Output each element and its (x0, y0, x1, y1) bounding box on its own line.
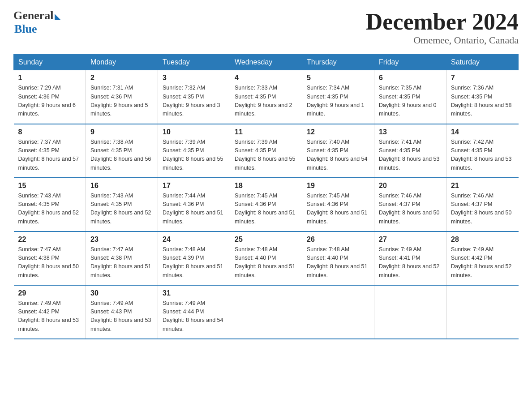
header-thursday: Thursday (302, 55, 374, 70)
day-info: Sunrise: 7:39 AMSunset: 4:35 PMDaylight:… (163, 139, 223, 171)
day-number: 3 (163, 74, 225, 82)
day-info: Sunrise: 7:29 AMSunset: 4:36 PMDaylight:… (18, 85, 76, 117)
day-info: Sunrise: 7:38 AMSunset: 4:35 PMDaylight:… (90, 139, 151, 171)
day-number: 4 (235, 74, 297, 82)
day-info: Sunrise: 7:49 AMSunset: 4:42 PMDaylight:… (451, 246, 512, 278)
calendar-cell: 27 Sunrise: 7:49 AMSunset: 4:41 PMDaylig… (374, 231, 446, 285)
day-number: 19 (307, 182, 369, 190)
calendar-cell: 24 Sunrise: 7:48 AMSunset: 4:39 PMDaylig… (158, 231, 230, 285)
calendar-cell: 15 Sunrise: 7:43 AMSunset: 4:35 PMDaylig… (14, 178, 86, 231)
calendar-cell: 12 Sunrise: 7:40 AMSunset: 4:35 PMDaylig… (302, 124, 374, 178)
logo-arrow-icon (55, 14, 61, 20)
calendar-cell: 19 Sunrise: 7:45 AMSunset: 4:36 PMDaylig… (302, 178, 374, 231)
day-info: Sunrise: 7:49 AMSunset: 4:44 PMDaylight:… (163, 300, 223, 332)
calendar-cell (230, 285, 302, 339)
calendar-cell: 6 Sunrise: 7:35 AMSunset: 4:35 PMDayligh… (374, 70, 446, 124)
calendar-cell: 11 Sunrise: 7:39 AMSunset: 4:35 PMDaylig… (230, 124, 302, 178)
header-wednesday: Wednesday (230, 55, 302, 70)
day-number: 1 (18, 74, 82, 82)
header-tuesday: Tuesday (158, 55, 230, 70)
calendar-week-4: 22 Sunrise: 7:47 AMSunset: 4:38 PMDaylig… (14, 231, 519, 285)
header-row: Sunday Monday Tuesday Wednesday Thursday… (14, 55, 519, 70)
day-number: 2 (90, 74, 153, 82)
calendar-cell: 23 Sunrise: 7:47 AMSunset: 4:38 PMDaylig… (86, 231, 158, 285)
calendar-cell (302, 285, 374, 339)
day-info: Sunrise: 7:37 AMSunset: 4:35 PMDaylight:… (18, 139, 79, 171)
day-number: 13 (379, 128, 442, 136)
header-saturday: Saturday (446, 55, 519, 70)
calendar-cell: 29 Sunrise: 7:49 AMSunset: 4:42 PMDaylig… (14, 285, 86, 339)
day-number: 15 (18, 182, 82, 190)
day-info: Sunrise: 7:43 AMSunset: 4:35 PMDaylight:… (90, 193, 151, 225)
calendar-week-5: 29 Sunrise: 7:49 AMSunset: 4:42 PMDaylig… (14, 285, 519, 339)
calendar-cell: 1 Sunrise: 7:29 AMSunset: 4:36 PMDayligh… (14, 70, 86, 124)
page-header: General Blue December 2024 Omemee, Ontar… (13, 9, 519, 46)
logo: General Blue (13, 9, 61, 36)
month-title: December 2024 (366, 9, 519, 34)
calendar-cell: 17 Sunrise: 7:44 AMSunset: 4:36 PMDaylig… (158, 178, 230, 231)
header-friday: Friday (374, 55, 446, 70)
day-info: Sunrise: 7:49 AMSunset: 4:41 PMDaylight:… (379, 246, 440, 278)
day-number: 10 (163, 128, 225, 136)
calendar-week-1: 1 Sunrise: 7:29 AMSunset: 4:36 PMDayligh… (14, 70, 519, 124)
day-info: Sunrise: 7:31 AMSunset: 4:36 PMDaylight:… (90, 85, 148, 117)
calendar-cell: 22 Sunrise: 7:47 AMSunset: 4:38 PMDaylig… (14, 231, 86, 285)
logo-blue: Blue (14, 22, 37, 36)
day-info: Sunrise: 7:36 AMSunset: 4:35 PMDaylight:… (451, 85, 512, 117)
calendar-cell: 13 Sunrise: 7:41 AMSunset: 4:35 PMDaylig… (374, 124, 446, 178)
day-info: Sunrise: 7:40 AMSunset: 4:35 PMDaylight:… (307, 139, 368, 171)
day-number: 14 (451, 128, 514, 136)
calendar-cell (374, 285, 446, 339)
day-info: Sunrise: 7:48 AMSunset: 4:39 PMDaylight:… (163, 246, 223, 278)
day-number: 7 (451, 74, 514, 82)
day-number: 18 (235, 182, 297, 190)
day-info: Sunrise: 7:47 AMSunset: 4:38 PMDaylight:… (18, 246, 79, 278)
day-info: Sunrise: 7:43 AMSunset: 4:35 PMDaylight:… (18, 193, 79, 225)
day-number: 25 (235, 235, 297, 244)
calendar-cell: 7 Sunrise: 7:36 AMSunset: 4:35 PMDayligh… (446, 70, 519, 124)
day-number: 30 (90, 289, 153, 297)
day-number: 27 (379, 235, 442, 244)
day-number: 24 (163, 235, 225, 244)
day-info: Sunrise: 7:49 AMSunset: 4:42 PMDaylight:… (18, 300, 79, 332)
calendar-week-3: 15 Sunrise: 7:43 AMSunset: 4:35 PMDaylig… (14, 178, 519, 231)
calendar-cell: 20 Sunrise: 7:46 AMSunset: 4:37 PMDaylig… (374, 178, 446, 231)
day-number: 31 (163, 289, 225, 297)
calendar-cell: 18 Sunrise: 7:45 AMSunset: 4:36 PMDaylig… (230, 178, 302, 231)
day-number: 23 (90, 235, 153, 244)
day-number: 11 (235, 128, 297, 136)
calendar-week-2: 8 Sunrise: 7:37 AMSunset: 4:35 PMDayligh… (14, 124, 519, 178)
day-info: Sunrise: 7:32 AMSunset: 4:35 PMDaylight:… (163, 85, 220, 117)
calendar-cell: 21 Sunrise: 7:46 AMSunset: 4:37 PMDaylig… (446, 178, 519, 231)
day-number: 28 (451, 235, 514, 244)
calendar-cell: 9 Sunrise: 7:38 AMSunset: 4:35 PMDayligh… (86, 124, 158, 178)
day-info: Sunrise: 7:35 AMSunset: 4:35 PMDaylight:… (379, 85, 437, 117)
day-number: 20 (379, 182, 442, 190)
calendar-cell: 4 Sunrise: 7:33 AMSunset: 4:35 PMDayligh… (230, 70, 302, 124)
day-info: Sunrise: 7:44 AMSunset: 4:36 PMDaylight:… (163, 193, 223, 225)
day-number: 17 (163, 182, 225, 190)
header-monday: Monday (86, 55, 158, 70)
day-info: Sunrise: 7:49 AMSunset: 4:43 PMDaylight:… (90, 300, 151, 332)
day-info: Sunrise: 7:45 AMSunset: 4:36 PMDaylight:… (235, 193, 296, 225)
calendar-cell: 2 Sunrise: 7:31 AMSunset: 4:36 PMDayligh… (86, 70, 158, 124)
calendar-header: Sunday Monday Tuesday Wednesday Thursday… (14, 55, 519, 70)
title-block: December 2024 Omemee, Ontario, Canada (366, 9, 519, 46)
calendar-cell: 16 Sunrise: 7:43 AMSunset: 4:35 PMDaylig… (86, 178, 158, 231)
day-number: 22 (18, 235, 82, 244)
day-number: 29 (18, 289, 82, 297)
day-info: Sunrise: 7:42 AMSunset: 4:35 PMDaylight:… (451, 139, 512, 171)
calendar-cell: 14 Sunrise: 7:42 AMSunset: 4:35 PMDaylig… (446, 124, 519, 178)
day-number: 8 (18, 128, 82, 136)
day-info: Sunrise: 7:46 AMSunset: 4:37 PMDaylight:… (379, 193, 440, 225)
day-number: 26 (307, 235, 369, 244)
day-number: 12 (307, 128, 369, 136)
day-info: Sunrise: 7:48 AMSunset: 4:40 PMDaylight:… (307, 246, 368, 278)
calendar-table: Sunday Monday Tuesday Wednesday Thursday… (13, 54, 519, 339)
day-info: Sunrise: 7:39 AMSunset: 4:35 PMDaylight:… (235, 139, 296, 171)
day-info: Sunrise: 7:41 AMSunset: 4:35 PMDaylight:… (379, 139, 440, 171)
calendar-cell: 5 Sunrise: 7:34 AMSunset: 4:35 PMDayligh… (302, 70, 374, 124)
day-info: Sunrise: 7:46 AMSunset: 4:37 PMDaylight:… (451, 193, 512, 225)
calendar-cell: 8 Sunrise: 7:37 AMSunset: 4:35 PMDayligh… (14, 124, 86, 178)
day-number: 5 (307, 74, 369, 82)
